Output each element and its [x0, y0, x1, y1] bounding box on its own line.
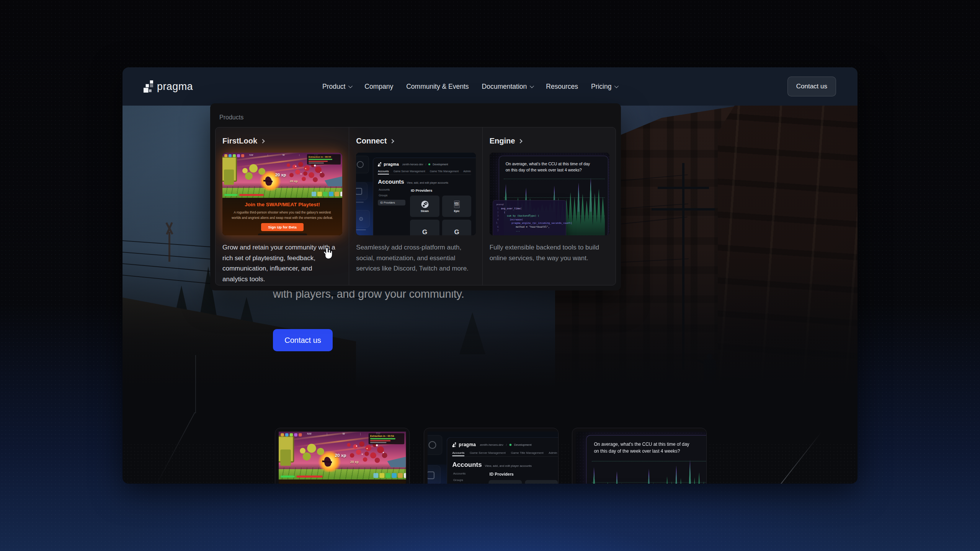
pragma-logo-wordmark: pragma: [157, 81, 193, 93]
connect-title[interactable]: Connect: [356, 137, 394, 145]
nav-item-pricing[interactable]: Pricing: [591, 83, 618, 91]
provider-tile-google: G: [410, 220, 439, 235]
chart-question: On average, what's the CCU at this time …: [586, 435, 707, 455]
chevron-right-icon: [260, 139, 265, 143]
pragma-logo-icon: [452, 442, 456, 447]
top-navbar: pragma Product Company Community & Event…: [122, 67, 858, 106]
dropdown-card-firstlook[interactable]: FirstLook: [216, 127, 349, 285]
bottom-card-firstlook[interactable]: 20 xp 20 xp NW| W| SW Extraction in : 00…: [275, 428, 410, 484]
banner-title: Join the SWAP/MEAT Playtest!: [222, 202, 342, 207]
pragma-portal-panel: pragma zenith-heroes-dev / Development A…: [447, 437, 559, 484]
xp-popup: 20 xp: [335, 453, 346, 458]
playtest-banner: Join the SWAP/MEAT Playtest! A roguelite…: [279, 479, 406, 484]
bottom-card-engine[interactable]: On average, what's the CCU at this time …: [572, 428, 707, 484]
secondary-button-cut: [258, 233, 307, 235]
nav-item-community-events[interactable]: Community & Events: [406, 83, 469, 91]
hud-extraction-panel: Extraction in : 00:54: [307, 154, 341, 165]
portal-tabs: Accounts Game Server Management Game Tit…: [378, 170, 471, 175]
products-dropdown-panel: Products FirstLook: [210, 103, 621, 290]
hud-hotbar: [398, 473, 403, 478]
nav-contact-us-button[interactable]: Contact us: [787, 77, 836, 96]
bottom-card-connect[interactable]: ⚙ pragma zenith-heroes-dev / Development…: [424, 428, 559, 484]
provider-tile-epic: EPIC GAMES Epic: [525, 480, 558, 484]
provider-tile-google-2: G: [442, 220, 472, 235]
steam-icon: [421, 201, 429, 208]
engine-preview-image: On average, what's the CCU at this time …: [490, 153, 609, 235]
engine-title[interactable]: Engine: [490, 137, 522, 145]
promql-code-panel: promql 1avg_over_time( 2 ( 3 sum by (bac…: [493, 200, 566, 235]
hud-health-bars: [224, 194, 264, 196]
pragma-logo[interactable]: pragma: [143, 67, 193, 106]
chevron-down-icon: [530, 84, 534, 88]
hud-health-bars: [281, 476, 322, 478]
portal-sidebar: Accounts Groups ID Providers: [452, 472, 488, 484]
chart-question: On average, what's the CCU at this time …: [499, 156, 608, 173]
ccu-area-chart: [592, 460, 706, 484]
playtest-banner: Join the SWAP/MEAT Playtest! A roguelite…: [222, 198, 342, 235]
enemy-swarm: [347, 443, 351, 447]
firstlook-screenshot: 20 xp 20 xp NW| W| SW Extraction in : 00…: [279, 432, 406, 484]
dropdown-cards-container: FirstLook: [215, 127, 616, 285]
dropdown-card-engine[interactable]: Engine On average, what's the CCU at thi…: [482, 127, 616, 285]
portal-sidebar: Accounts Groups ID Providers: [378, 188, 410, 235]
ccu-chart-panel: On average, what's the CCU at this time …: [586, 435, 707, 484]
provider-tile-steam: Steam: [410, 196, 439, 217]
game-screenshot: 20 xp 20 xp NW| W| SW Extraction in : 00…: [279, 432, 406, 479]
chevron-down-icon: [614, 84, 619, 88]
engine-description: Fully extensible backend tools to build …: [490, 242, 606, 263]
xp-popup: 20 xp: [275, 173, 286, 177]
dropdown-card-connect[interactable]: Connect ⚙ pragma: [349, 127, 482, 285]
pragma-logo-icon: [378, 162, 381, 166]
pragma-website: with players, and grow your community. C…: [122, 67, 858, 484]
signup-beta-button: Sign Up for Beta: [261, 223, 303, 231]
provider-tile-epic: EPIC GAMES Epic: [442, 196, 472, 217]
xp-popup: 20 xp: [350, 460, 359, 464]
portal-tabs: Accounts Game Server Management Game Tit…: [452, 451, 558, 457]
nav-item-product[interactable]: Product: [322, 83, 351, 91]
nav-menu: Product Company Community & Events Docum…: [322, 67, 617, 106]
desktop-background: with players, and grow your community. C…: [0, 0, 980, 551]
hud-ability-icons: [281, 433, 284, 436]
environment-status-dot: [428, 163, 430, 165]
nav-item-company[interactable]: Company: [364, 83, 393, 91]
nav-item-documentation[interactable]: Documentation: [482, 83, 533, 91]
firstlook-title[interactable]: FirstLook: [222, 137, 264, 145]
firstlook-preview-image: 20 xp 20 xp NW| W| SW Extraction in : 00…: [222, 153, 342, 235]
dropdown-section-label: Products: [219, 114, 243, 121]
enemy-swarm: [287, 163, 290, 167]
engine-screenshot: On average, what's the CCU at this time …: [576, 432, 707, 484]
epic-games-icon: EPIC GAMES: [454, 201, 460, 208]
hud-extraction-panel: Extraction in : 00:54: [369, 433, 404, 444]
connect-preview-image: ⚙ pragma zenith-heroes-dev / Development: [356, 153, 476, 235]
game-screenshot: 20 xp 20 xp NW| W| SW Extraction in : 00…: [222, 153, 342, 198]
provider-tile-steam: Steam: [488, 480, 521, 484]
chevron-right-icon: [390, 139, 394, 143]
hud-hotbar: [335, 192, 339, 196]
hud-ability-icons: [224, 154, 227, 157]
connect-screenshot: ⚙ pragma zenith-heroes-dev / Development…: [428, 432, 559, 484]
firstlook-description: Grow and retain your community with a ri…: [222, 242, 339, 284]
xp-popup: 20 xp: [290, 179, 297, 183]
nav-item-resources[interactable]: Resources: [546, 83, 578, 91]
chevron-down-icon: [348, 84, 353, 88]
connect-description: Seamlessly add cross-platform auth, soci…: [356, 242, 473, 274]
decorative-line: [195, 355, 196, 413]
chevron-right-icon: [518, 139, 523, 143]
hero-contact-us-button[interactable]: Contact us: [273, 329, 333, 351]
environment-status-dot: [510, 443, 512, 446]
pragma-logo-icon: [143, 80, 154, 93]
pragma-portal-panel: pragma zenith-heroes-dev / Development A…: [373, 158, 476, 235]
